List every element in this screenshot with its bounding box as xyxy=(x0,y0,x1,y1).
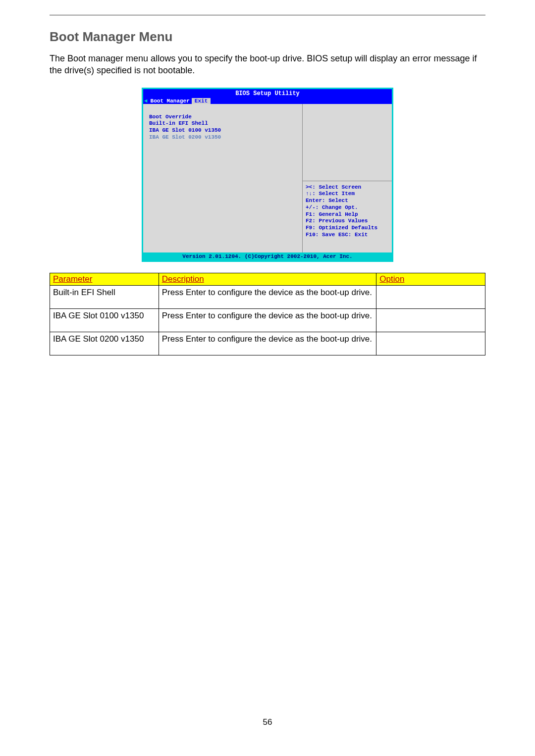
bios-item-boot-override: Boot Override xyxy=(149,114,296,121)
cell-desc: Press Enter to configure the device as t… xyxy=(159,285,376,308)
top-rule xyxy=(50,15,485,15)
th-option: Option xyxy=(376,273,485,285)
cell-opt xyxy=(376,332,485,355)
bios-footer: Version 2.01.1204. (C)Copyright 2002-201… xyxy=(143,252,392,260)
bios-help-line: F9: Optimized Defaults xyxy=(306,225,389,232)
bios-item-efi-shell: Built-in EFI Shell xyxy=(149,120,296,127)
cell-desc: Press Enter to configure the device as t… xyxy=(159,308,376,332)
bios-help-line: F10: Save ESC: Exit xyxy=(306,232,389,239)
bios-right-top xyxy=(303,104,392,181)
bios-tab-boot-manager: Boot Manager xyxy=(149,98,192,104)
bios-screenshot: BIOS Setup Utility ◄ Boot Manager Exit B… xyxy=(142,88,393,262)
bios-item-iba-0100: IBA GE Slot 0100 v1350 xyxy=(149,127,296,134)
bios-tab-arrow-left-icon: ◄ xyxy=(143,98,149,104)
bios-title: BIOS Setup Utility xyxy=(143,89,392,98)
bios-tab-exit: Exit xyxy=(192,98,211,104)
bios-help-line: F2: Previous Values xyxy=(306,218,389,225)
cell-param: IBA GE Slot 0100 v1350 xyxy=(50,308,159,332)
cell-opt xyxy=(376,308,485,332)
table-row: Built-in EFI Shell Press Enter to config… xyxy=(50,285,485,308)
bios-help-line: ↑↓: Select Item xyxy=(306,191,389,198)
table-row: IBA GE Slot 0100 v1350 Press Enter to co… xyxy=(50,308,485,332)
table-row: IBA GE Slot 0200 v1350 Press Enter to co… xyxy=(50,332,485,355)
bios-help-line: Enter: Select xyxy=(306,198,389,204)
bios-help-line: F1: General Help xyxy=(306,211,389,218)
cell-desc: Press Enter to configure the device as t… xyxy=(159,332,376,355)
parameter-table: Parameter Description Option Built-in EF… xyxy=(50,273,485,355)
bios-help-line: +/-: Change Opt. xyxy=(306,204,389,211)
cell-opt xyxy=(376,285,485,308)
bios-item-iba-0200: IBA GE Slot 0200 v1350 xyxy=(149,134,296,141)
bios-left-pane: Boot Override Built-in EFI Shell IBA GE … xyxy=(143,104,303,252)
bios-right-pane: ><: Select Screen ↑↓: Select Item Enter:… xyxy=(303,104,392,252)
bios-help-keys: ><: Select Screen ↑↓: Select Item Enter:… xyxy=(303,181,392,252)
intro-text: The Boot manager menu allows you to spec… xyxy=(50,52,485,77)
cell-param: IBA GE Slot 0200 v1350 xyxy=(50,332,159,355)
th-parameter: Parameter xyxy=(50,273,159,285)
bios-help-line: ><: Select Screen xyxy=(306,184,389,191)
cell-param: Built-in EFI Shell xyxy=(50,285,159,308)
th-description: Description xyxy=(159,273,376,285)
page-heading: Boot Manager Menu xyxy=(50,29,485,45)
page-number: 56 xyxy=(0,717,535,727)
bios-tabbar: ◄ Boot Manager Exit xyxy=(143,98,392,104)
